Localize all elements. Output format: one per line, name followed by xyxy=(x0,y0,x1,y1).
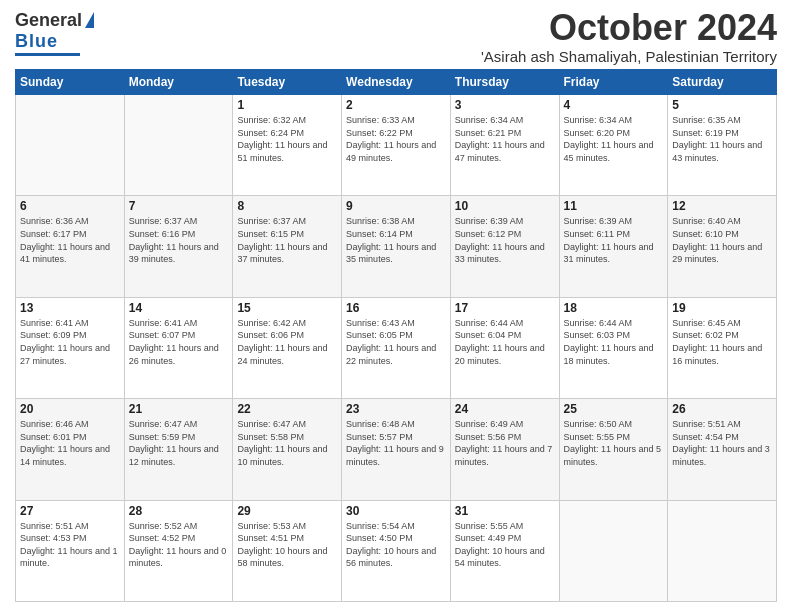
table-cell xyxy=(559,500,668,601)
day-detail: Sunrise: 6:44 AMSunset: 6:04 PMDaylight:… xyxy=(455,317,555,367)
calendar-table: Sunday Monday Tuesday Wednesday Thursday… xyxy=(15,69,777,602)
calendar-header-row: Sunday Monday Tuesday Wednesday Thursday… xyxy=(16,70,777,95)
table-cell: 17Sunrise: 6:44 AMSunset: 6:04 PMDayligh… xyxy=(450,297,559,398)
day-detail: Sunrise: 6:34 AMSunset: 6:20 PMDaylight:… xyxy=(564,114,664,164)
day-number: 27 xyxy=(20,504,120,518)
table-cell xyxy=(124,95,233,196)
day-detail: Sunrise: 6:42 AMSunset: 6:06 PMDaylight:… xyxy=(237,317,337,367)
day-detail: Sunrise: 6:48 AMSunset: 5:57 PMDaylight:… xyxy=(346,418,446,468)
col-sunday: Sunday xyxy=(16,70,125,95)
day-detail: Sunrise: 6:40 AMSunset: 6:10 PMDaylight:… xyxy=(672,215,772,265)
table-cell: 15Sunrise: 6:42 AMSunset: 6:06 PMDayligh… xyxy=(233,297,342,398)
table-cell: 25Sunrise: 6:50 AMSunset: 5:55 PMDayligh… xyxy=(559,399,668,500)
table-cell: 6Sunrise: 6:36 AMSunset: 6:17 PMDaylight… xyxy=(16,196,125,297)
day-detail: Sunrise: 5:54 AMSunset: 4:50 PMDaylight:… xyxy=(346,520,446,570)
day-number: 24 xyxy=(455,402,555,416)
location-title: 'Asirah ash Shamaliyah, Palestinian Terr… xyxy=(481,48,777,65)
header: General Blue October 2024 'Asirah ash Sh… xyxy=(15,10,777,65)
table-cell: 31Sunrise: 5:55 AMSunset: 4:49 PMDayligh… xyxy=(450,500,559,601)
table-cell: 24Sunrise: 6:49 AMSunset: 5:56 PMDayligh… xyxy=(450,399,559,500)
day-detail: Sunrise: 6:45 AMSunset: 6:02 PMDaylight:… xyxy=(672,317,772,367)
day-detail: Sunrise: 6:44 AMSunset: 6:03 PMDaylight:… xyxy=(564,317,664,367)
day-detail: Sunrise: 6:41 AMSunset: 6:09 PMDaylight:… xyxy=(20,317,120,367)
day-number: 26 xyxy=(672,402,772,416)
table-cell: 5Sunrise: 6:35 AMSunset: 6:19 PMDaylight… xyxy=(668,95,777,196)
day-number: 10 xyxy=(455,199,555,213)
day-detail: Sunrise: 5:51 AMSunset: 4:53 PMDaylight:… xyxy=(20,520,120,570)
table-cell: 21Sunrise: 6:47 AMSunset: 5:59 PMDayligh… xyxy=(124,399,233,500)
day-detail: Sunrise: 6:38 AMSunset: 6:14 PMDaylight:… xyxy=(346,215,446,265)
day-detail: Sunrise: 5:53 AMSunset: 4:51 PMDaylight:… xyxy=(237,520,337,570)
day-number: 3 xyxy=(455,98,555,112)
table-cell: 19Sunrise: 6:45 AMSunset: 6:02 PMDayligh… xyxy=(668,297,777,398)
table-cell: 3Sunrise: 6:34 AMSunset: 6:21 PMDaylight… xyxy=(450,95,559,196)
col-wednesday: Wednesday xyxy=(342,70,451,95)
table-cell: 10Sunrise: 6:39 AMSunset: 6:12 PMDayligh… xyxy=(450,196,559,297)
table-cell: 16Sunrise: 6:43 AMSunset: 6:05 PMDayligh… xyxy=(342,297,451,398)
logo-blue-text: Blue xyxy=(15,31,58,52)
day-number: 7 xyxy=(129,199,229,213)
day-detail: Sunrise: 6:47 AMSunset: 5:59 PMDaylight:… xyxy=(129,418,229,468)
col-saturday: Saturday xyxy=(668,70,777,95)
day-detail: Sunrise: 6:34 AMSunset: 6:21 PMDaylight:… xyxy=(455,114,555,164)
table-cell: 7Sunrise: 6:37 AMSunset: 6:16 PMDaylight… xyxy=(124,196,233,297)
day-detail: Sunrise: 6:37 AMSunset: 6:16 PMDaylight:… xyxy=(129,215,229,265)
day-detail: Sunrise: 6:37 AMSunset: 6:15 PMDaylight:… xyxy=(237,215,337,265)
table-cell: 13Sunrise: 6:41 AMSunset: 6:09 PMDayligh… xyxy=(16,297,125,398)
day-number: 6 xyxy=(20,199,120,213)
day-detail: Sunrise: 6:36 AMSunset: 6:17 PMDaylight:… xyxy=(20,215,120,265)
day-detail: Sunrise: 6:39 AMSunset: 6:11 PMDaylight:… xyxy=(564,215,664,265)
day-detail: Sunrise: 6:47 AMSunset: 5:58 PMDaylight:… xyxy=(237,418,337,468)
day-number: 15 xyxy=(237,301,337,315)
table-cell: 14Sunrise: 6:41 AMSunset: 6:07 PMDayligh… xyxy=(124,297,233,398)
page: General Blue October 2024 'Asirah ash Sh… xyxy=(0,0,792,612)
table-cell: 18Sunrise: 6:44 AMSunset: 6:03 PMDayligh… xyxy=(559,297,668,398)
day-number: 20 xyxy=(20,402,120,416)
day-number: 5 xyxy=(672,98,772,112)
month-title: October 2024 xyxy=(481,10,777,46)
day-number: 2 xyxy=(346,98,446,112)
table-cell: 29Sunrise: 5:53 AMSunset: 4:51 PMDayligh… xyxy=(233,500,342,601)
logo-general-text: General xyxy=(15,10,82,31)
day-detail: Sunrise: 5:55 AMSunset: 4:49 PMDaylight:… xyxy=(455,520,555,570)
day-number: 30 xyxy=(346,504,446,518)
day-detail: Sunrise: 6:46 AMSunset: 6:01 PMDaylight:… xyxy=(20,418,120,468)
table-cell: 22Sunrise: 6:47 AMSunset: 5:58 PMDayligh… xyxy=(233,399,342,500)
table-cell: 4Sunrise: 6:34 AMSunset: 6:20 PMDaylight… xyxy=(559,95,668,196)
table-cell xyxy=(16,95,125,196)
day-number: 28 xyxy=(129,504,229,518)
day-detail: Sunrise: 6:35 AMSunset: 6:19 PMDaylight:… xyxy=(672,114,772,164)
table-cell xyxy=(668,500,777,601)
day-number: 21 xyxy=(129,402,229,416)
table-cell: 23Sunrise: 6:48 AMSunset: 5:57 PMDayligh… xyxy=(342,399,451,500)
title-section: October 2024 'Asirah ash Shamaliyah, Pal… xyxy=(481,10,777,65)
day-detail: Sunrise: 6:41 AMSunset: 6:07 PMDaylight:… xyxy=(129,317,229,367)
logo: General Blue xyxy=(15,10,94,56)
day-number: 14 xyxy=(129,301,229,315)
day-detail: Sunrise: 6:39 AMSunset: 6:12 PMDaylight:… xyxy=(455,215,555,265)
col-monday: Monday xyxy=(124,70,233,95)
table-cell: 26Sunrise: 5:51 AMSunset: 4:54 PMDayligh… xyxy=(668,399,777,500)
day-number: 4 xyxy=(564,98,664,112)
table-cell: 9Sunrise: 6:38 AMSunset: 6:14 PMDaylight… xyxy=(342,196,451,297)
calendar-week-row: 20Sunrise: 6:46 AMSunset: 6:01 PMDayligh… xyxy=(16,399,777,500)
day-number: 23 xyxy=(346,402,446,416)
table-cell: 12Sunrise: 6:40 AMSunset: 6:10 PMDayligh… xyxy=(668,196,777,297)
day-number: 17 xyxy=(455,301,555,315)
day-number: 1 xyxy=(237,98,337,112)
table-cell: 28Sunrise: 5:52 AMSunset: 4:52 PMDayligh… xyxy=(124,500,233,601)
calendar-week-row: 13Sunrise: 6:41 AMSunset: 6:09 PMDayligh… xyxy=(16,297,777,398)
day-number: 8 xyxy=(237,199,337,213)
day-number: 31 xyxy=(455,504,555,518)
day-detail: Sunrise: 6:50 AMSunset: 5:55 PMDaylight:… xyxy=(564,418,664,468)
day-number: 29 xyxy=(237,504,337,518)
col-thursday: Thursday xyxy=(450,70,559,95)
table-cell: 8Sunrise: 6:37 AMSunset: 6:15 PMDaylight… xyxy=(233,196,342,297)
col-friday: Friday xyxy=(559,70,668,95)
table-cell: 11Sunrise: 6:39 AMSunset: 6:11 PMDayligh… xyxy=(559,196,668,297)
col-tuesday: Tuesday xyxy=(233,70,342,95)
day-detail: Sunrise: 6:33 AMSunset: 6:22 PMDaylight:… xyxy=(346,114,446,164)
table-cell: 30Sunrise: 5:54 AMSunset: 4:50 PMDayligh… xyxy=(342,500,451,601)
logo-triangle-icon xyxy=(85,12,94,28)
day-detail: Sunrise: 6:32 AMSunset: 6:24 PMDaylight:… xyxy=(237,114,337,164)
